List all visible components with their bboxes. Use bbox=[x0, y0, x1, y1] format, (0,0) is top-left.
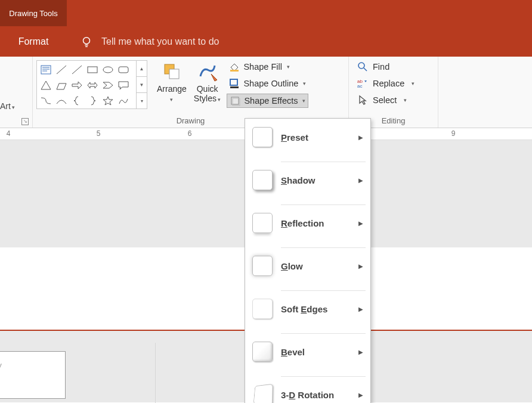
caret-down-icon: ▾ bbox=[302, 98, 305, 104]
caret-down-icon bbox=[216, 94, 221, 103]
effects-item-preset[interactable]: Preset▶ bbox=[245, 122, 370, 152]
shape-triangle-icon[interactable] bbox=[38, 78, 54, 93]
shape-arrow-icon[interactable] bbox=[69, 78, 85, 93]
shape-oval-icon[interactable] bbox=[100, 62, 116, 78]
replace-button[interactable]: abac Replace ▾ bbox=[356, 77, 416, 90]
wordart-styles-group-stub: Art ↘ bbox=[0, 57, 33, 128]
effects-thumb-shadow-icon bbox=[252, 170, 273, 190]
svg-point-0 bbox=[83, 37, 90, 44]
replace-icon: abac bbox=[357, 78, 368, 89]
svg-rect-11 bbox=[169, 69, 179, 79]
ruler-mark: 4 bbox=[7, 129, 11, 138]
svg-text:ac: ac bbox=[357, 83, 362, 89]
caret-down-icon: ▾ bbox=[287, 64, 290, 70]
effects-thumb-rot3d-icon bbox=[253, 384, 273, 403]
gallery-scroll[interactable]: ▲ ▼ ▾ bbox=[136, 61, 147, 108]
submenu-arrow-icon: ▶ bbox=[358, 392, 363, 398]
quick-styles-icon bbox=[197, 61, 218, 82]
svg-rect-7 bbox=[88, 67, 97, 73]
effects-item-refl[interactable]: Reflection▶ bbox=[245, 208, 370, 238]
shape-callout-icon[interactable] bbox=[116, 78, 131, 93]
shape-line2-icon[interactable] bbox=[69, 62, 85, 78]
tell-me-search[interactable]: Tell me what you want to do bbox=[80, 35, 219, 48]
search-icon bbox=[357, 61, 368, 72]
shape-textbox-icon[interactable] bbox=[38, 62, 54, 78]
arrange-button[interactable]: Arrange bbox=[153, 59, 190, 104]
effects-item-soft[interactable]: Soft Edges▶ bbox=[245, 294, 370, 324]
shape-doublearrow-icon[interactable] bbox=[85, 78, 100, 93]
effects-label: Soft Edges bbox=[281, 304, 350, 314]
shape-effects-label: Shape Effects bbox=[244, 96, 298, 106]
shape-brace-l-icon[interactable] bbox=[69, 93, 85, 108]
effects-label: Reflection bbox=[281, 218, 350, 228]
effects-thumb-refl-icon bbox=[252, 213, 273, 233]
drawing-tools-tab: Drawing Tools bbox=[0, 0, 67, 26]
svg-line-6 bbox=[72, 66, 82, 74]
effects-item-shadow[interactable]: Shadow▶ bbox=[245, 165, 370, 195]
submenu-arrow-icon: ▶ bbox=[358, 220, 363, 227]
caret-down-icon bbox=[170, 94, 173, 103]
shape-roundrect-icon[interactable] bbox=[116, 62, 131, 78]
effects-label: Glow bbox=[281, 261, 350, 271]
quick-styles-label-1: Quick bbox=[197, 84, 218, 94]
svg-rect-14 bbox=[230, 86, 239, 88]
shape-chevron-icon[interactable] bbox=[100, 78, 116, 93]
gallery-more-icon[interactable]: ▾ bbox=[137, 93, 147, 108]
ruler-mark: 9 bbox=[451, 129, 456, 138]
caret-down-icon: ▾ bbox=[404, 97, 407, 103]
shape-arc-icon[interactable] bbox=[54, 93, 69, 108]
group-drawing: ▲ ▼ ▾ Arrange bbox=[33, 57, 349, 128]
context-menu-preview: Cut Copy bbox=[0, 351, 66, 399]
svg-rect-9 bbox=[119, 67, 128, 73]
cursor-icon bbox=[357, 95, 368, 106]
submenu-arrow-icon: ▶ bbox=[358, 263, 363, 269]
contextual-tab-bar: Drawing Tools bbox=[0, 0, 532, 26]
tab-format[interactable]: Format bbox=[0, 36, 67, 47]
shape-effects-menu: Preset▶Shadow▶Reflection▶Glow▶Soft Edges… bbox=[245, 118, 371, 403]
effects-thumb-glow-icon bbox=[252, 256, 273, 276]
shape-brace-r-icon[interactable] bbox=[85, 93, 100, 108]
shape-line-icon[interactable] bbox=[54, 62, 69, 78]
replace-label: Replace bbox=[373, 79, 404, 88]
shape-rect-icon[interactable] bbox=[85, 62, 100, 78]
shape-effects-icon bbox=[230, 95, 240, 106]
gallery-up-icon[interactable]: ▲ bbox=[137, 61, 147, 77]
dialog-launcher-icon[interactable]: ↘ bbox=[21, 118, 29, 125]
shape-outline-label: Shape Outline bbox=[243, 79, 298, 88]
effects-thumb-soft-icon bbox=[252, 299, 273, 319]
wordart-label[interactable]: Art bbox=[0, 101, 15, 111]
ruler-mark: 6 bbox=[188, 129, 192, 138]
ribbon: Art ↘ bbox=[0, 57, 532, 128]
quick-styles-label-2: Styles bbox=[194, 94, 216, 103]
shape-effects-button[interactable]: Shape Effects ▾ bbox=[227, 94, 308, 108]
effects-item-rot3d[interactable]: 3-D Rotation▶ bbox=[245, 380, 370, 403]
svg-line-5 bbox=[57, 66, 66, 74]
shape-diamond-icon[interactable] bbox=[54, 78, 69, 93]
group-editing: Find abac Replace ▾ Select ▾ Editing bbox=[349, 57, 438, 128]
shape-freeform-icon[interactable] bbox=[116, 93, 131, 108]
quick-styles-button[interactable]: Quick Styles bbox=[190, 59, 225, 104]
svg-point-17 bbox=[358, 63, 364, 69]
shape-outline-button[interactable]: Shape Outline ▾ bbox=[227, 77, 308, 90]
submenu-arrow-icon: ▶ bbox=[358, 349, 363, 355]
submenu-arrow-icon: ▶ bbox=[358, 134, 363, 141]
find-button[interactable]: Find bbox=[356, 60, 416, 73]
tell-me-placeholder: Tell me what you want to do bbox=[101, 36, 219, 47]
shape-outline-icon bbox=[229, 78, 240, 89]
shape-connector-icon[interactable] bbox=[38, 93, 54, 108]
ribbon-tabs: Format Tell me what you want to do bbox=[0, 26, 532, 57]
submenu-arrow-icon: ▶ bbox=[358, 177, 363, 184]
gallery-down-icon[interactable]: ▼ bbox=[137, 77, 147, 93]
shape-fill-button[interactable]: Shape Fill ▾ bbox=[227, 60, 308, 73]
svg-point-8 bbox=[103, 67, 113, 73]
shape-fill-label: Shape Fill bbox=[243, 62, 282, 72]
submenu-arrow-icon: ▶ bbox=[358, 306, 363, 312]
shape-fill-icon bbox=[229, 61, 240, 72]
effects-item-glow[interactable]: Glow▶ bbox=[245, 251, 370, 281]
effects-label: 3-D Rotation bbox=[281, 390, 350, 400]
shapes-gallery[interactable]: ▲ ▼ ▾ bbox=[36, 60, 147, 109]
select-button[interactable]: Select ▾ bbox=[356, 94, 416, 107]
effects-item-bevel[interactable]: Bevel▶ bbox=[245, 337, 370, 367]
effects-thumb-bevel-icon bbox=[252, 342, 273, 362]
shape-star-icon[interactable] bbox=[100, 93, 116, 108]
